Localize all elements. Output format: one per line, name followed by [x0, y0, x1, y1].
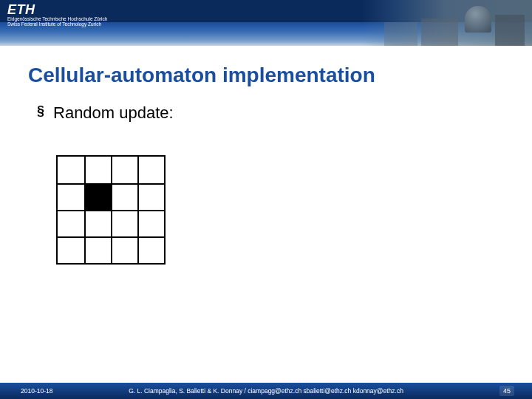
grid-cell [84, 157, 111, 183]
grid-cell [137, 238, 164, 263]
footer-page-number: 45 [499, 386, 514, 396]
eth-subtitle: Eidgenössische Technische Hochschule Zür… [7, 16, 107, 27]
building-shape [495, 15, 525, 46]
grid-row [58, 183, 164, 210]
bullet-item: § Random update: [37, 103, 174, 123]
eth-logo: ETH [7, 2, 35, 18]
slide-title: Cellular-automaton implementation [28, 64, 375, 87]
bullet-text: Random update: [53, 103, 174, 123]
dome-shape [465, 6, 491, 33]
footer-bar: 2010-10-18 G. L. Ciampaglia, S. Balietti… [0, 383, 532, 399]
grid-cell [137, 185, 164, 210]
grid-cell-filled [84, 185, 111, 210]
grid-cell [58, 185, 84, 210]
building-shape [421, 18, 458, 46]
grid-cell [111, 211, 137, 236]
grid-row [58, 236, 164, 263]
grid-row [58, 157, 164, 183]
header-banner: ETH Eidgenössische Technische Hochschule… [0, 0, 532, 46]
grid-cell [137, 211, 164, 236]
grid-cell [111, 238, 137, 263]
grid-cell [58, 238, 84, 263]
grid-cell [137, 157, 164, 183]
building-shape [384, 22, 417, 46]
slide: ETH Eidgenössische Technische Hochschule… [0, 0, 532, 399]
automaton-grid [56, 155, 166, 265]
grid-cell [84, 211, 111, 236]
footer-credits: G. L. Ciampaglia, S. Balietti & K. Donna… [0, 387, 532, 395]
grid-cell [84, 238, 111, 263]
grid-row [58, 210, 164, 236]
grid-cell [58, 157, 84, 183]
grid-cell [58, 211, 84, 236]
bullet-marker: § [37, 103, 44, 120]
eth-subtitle-line1: Eidgenössische Technische Hochschule Zür… [7, 16, 107, 21]
grid-cell [111, 185, 137, 210]
grid-cell [111, 157, 137, 183]
eth-subtitle-line2: Swiss Federal Institute of Technology Zu… [7, 21, 107, 27]
header-photo [362, 0, 532, 46]
